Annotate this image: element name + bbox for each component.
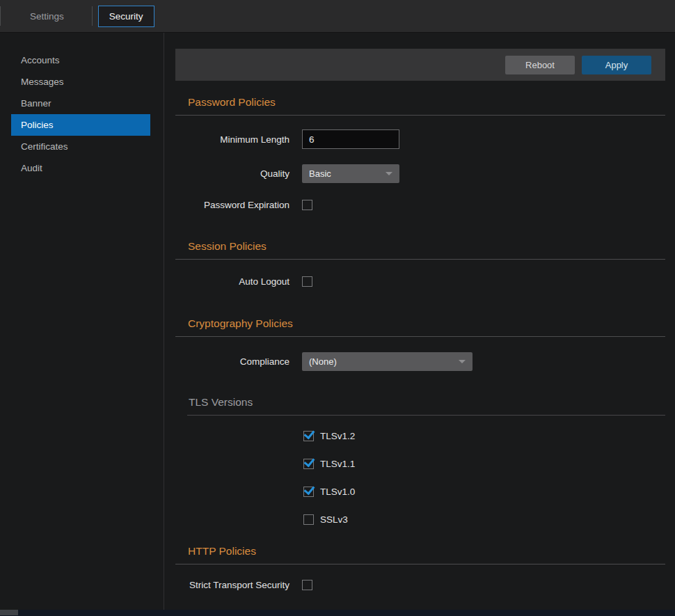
bottom-scrollbar-thumb[interactable]	[0, 610, 18, 615]
sidebar-item-audit[interactable]: Audit	[0, 157, 164, 179]
tlsv1-0-checkbox[interactable]	[303, 487, 314, 497]
http-policies-title: HTTP Policies	[175, 545, 665, 558]
section-divider	[175, 564, 665, 564]
session-policies-title: Session Policies	[175, 240, 665, 253]
tls-option-row: TLSv1.0	[303, 487, 665, 497]
auto-logout-checkbox[interactable]	[302, 276, 312, 287]
apply-button[interactable]: Apply	[582, 56, 651, 74]
sidebar-item-messages[interactable]: Messages	[0, 71, 164, 93]
password-expiration-checkbox[interactable]	[302, 200, 312, 210]
tab-bar-divider	[92, 6, 93, 26]
top-tab-bar: Settings Security	[0, 0, 675, 33]
compliance-dropdown[interactable]: (None)	[302, 352, 472, 371]
quality-dropdown-value: Basic	[309, 168, 331, 179]
minimum-length-label: Minimum Length	[175, 134, 289, 145]
main-content: Reboot Apply Password Policies Minimum L…	[164, 33, 675, 610]
reboot-button[interactable]: Reboot	[505, 56, 575, 74]
compliance-row: Compliance (None)	[175, 352, 665, 371]
tlsv1-2-label: TLSv1.2	[320, 431, 355, 441]
sidebar-item-banner[interactable]: Banner	[0, 93, 164, 114]
quality-label: Quality	[175, 168, 289, 179]
tls-option-row: TLSv1.2	[303, 431, 665, 441]
tab-security[interactable]: Security	[98, 6, 154, 27]
tls-versions-title: TLS Versions	[175, 396, 665, 409]
auto-logout-row: Auto Logout	[175, 276, 665, 287]
chevron-down-icon	[386, 172, 392, 175]
sidebar-item-policies[interactable]: Policies	[11, 114, 150, 136]
strict-transport-security-row: Strict Transport Security	[175, 580, 665, 590]
compliance-label: Compliance	[175, 356, 289, 367]
password-policies-title: Password Policies	[175, 96, 665, 109]
bottom-scrollbar-track	[0, 610, 675, 616]
tlsv1-0-label: TLSv1.0	[320, 487, 355, 497]
section-divider	[175, 259, 665, 260]
quality-row: Quality Basic	[175, 164, 665, 183]
tls-option-row: TLSv1.1	[303, 459, 665, 469]
action-bar: Reboot Apply	[175, 49, 665, 81]
tlsv1-1-checkbox[interactable]	[303, 459, 314, 469]
sidebar: Accounts Messages Banner Policies Certif…	[0, 33, 164, 610]
compliance-dropdown-value: (None)	[309, 356, 337, 367]
tlsv1-1-label: TLSv1.1	[320, 459, 355, 469]
tab-settings[interactable]: Settings	[1, 11, 92, 22]
quality-dropdown[interactable]: Basic	[302, 164, 399, 183]
password-expiration-row: Password Expiration	[175, 200, 665, 210]
sidebar-item-certificates[interactable]: Certificates	[0, 136, 164, 157]
minimum-length-input[interactable]	[302, 129, 399, 149]
tls-option-row: SSLv3	[303, 514, 665, 525]
auto-logout-label: Auto Logout	[175, 276, 289, 287]
password-expiration-label: Password Expiration	[175, 200, 289, 210]
sidebar-item-accounts[interactable]: Accounts	[0, 49, 164, 71]
sslv3-label: SSLv3	[320, 514, 348, 525]
section-divider	[175, 336, 665, 337]
tlsv1-2-checkbox[interactable]	[303, 431, 314, 441]
subsection-divider	[187, 415, 665, 416]
sslv3-checkbox[interactable]	[303, 514, 314, 525]
chevron-down-icon	[459, 360, 466, 363]
section-divider	[175, 115, 665, 116]
strict-transport-security-label: Strict Transport Security	[175, 580, 289, 590]
minimum-length-row: Minimum Length	[175, 129, 665, 149]
cryptography-policies-title: Cryptography Policies	[175, 317, 665, 330]
strict-transport-security-checkbox[interactable]	[302, 580, 312, 590]
